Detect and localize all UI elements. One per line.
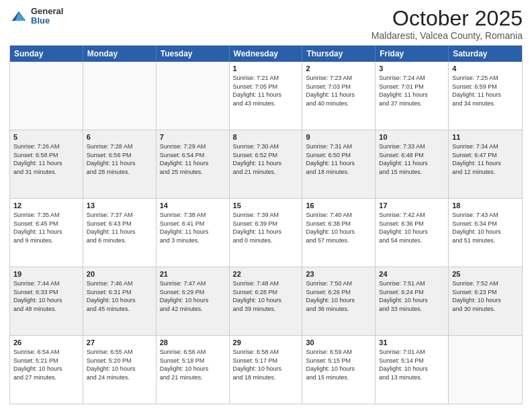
calendar-cell: 30Sunrise: 6:59 AM Sunset: 5:15 PM Dayli… <box>302 336 375 404</box>
calendar-cell: 28Sunrise: 6:56 AM Sunset: 5:18 PM Dayli… <box>157 336 230 404</box>
day-number: 9 <box>306 133 371 141</box>
day-info: Sunrise: 7:31 AM Sunset: 6:50 PM Dayligh… <box>306 142 371 176</box>
day-number: 20 <box>87 270 152 278</box>
day-number: 11 <box>452 133 519 141</box>
day-info: Sunrise: 7:24 AM Sunset: 7:01 PM Dayligh… <box>379 74 445 107</box>
day-number: 27 <box>87 338 152 347</box>
calendar-row: 26Sunrise: 6:54 AM Sunset: 5:21 PM Dayli… <box>10 335 522 404</box>
day-number: 31 <box>379 338 445 347</box>
day-info: Sunrise: 7:38 AM Sunset: 6:41 PM Dayligh… <box>160 211 226 244</box>
calendar-cell: 3Sunrise: 7:24 AM Sunset: 7:01 PM Daylig… <box>375 62 449 130</box>
calendar-cell: 27Sunrise: 6:55 AM Sunset: 5:20 PM Dayli… <box>83 336 157 404</box>
day-number: 29 <box>233 338 299 347</box>
weekday-header: Tuesday <box>157 46 230 62</box>
header: General Blue October 2025 Maldaresti, Va… <box>9 7 523 41</box>
day-info: Sunrise: 7:35 AM Sunset: 6:45 PM Dayligh… <box>13 211 79 244</box>
calendar-cell: 18Sunrise: 7:43 AM Sunset: 6:34 PM Dayli… <box>449 199 522 267</box>
day-number: 10 <box>379 133 445 141</box>
day-info: Sunrise: 7:42 AM Sunset: 6:36 PM Dayligh… <box>379 211 445 244</box>
calendar-cell: 4Sunrise: 7:25 AM Sunset: 6:59 PM Daylig… <box>449 62 522 130</box>
calendar-cell: 5Sunrise: 7:26 AM Sunset: 6:58 PM Daylig… <box>10 130 83 198</box>
day-info: Sunrise: 6:59 AM Sunset: 5:15 PM Dayligh… <box>306 348 371 381</box>
day-number: 3 <box>379 64 445 73</box>
month-title: October 2025 <box>371 7 523 30</box>
day-info: Sunrise: 7:37 AM Sunset: 6:43 PM Dayligh… <box>87 211 152 244</box>
day-info: Sunrise: 7:48 AM Sunset: 6:28 PM Dayligh… <box>233 279 299 313</box>
calendar-cell: 2Sunrise: 7:23 AM Sunset: 7:03 PM Daylig… <box>302 62 375 130</box>
day-info: Sunrise: 7:33 AM Sunset: 6:48 PM Dayligh… <box>379 142 445 176</box>
weekday-header: Wednesday <box>230 46 303 62</box>
calendar-cell <box>157 62 230 130</box>
day-number: 25 <box>452 270 519 278</box>
calendar-cell: 31Sunrise: 7:01 AM Sunset: 5:14 PM Dayli… <box>375 336 449 404</box>
calendar-cell: 6Sunrise: 7:28 AM Sunset: 6:56 PM Daylig… <box>83 130 157 198</box>
title-block: October 2025 Maldaresti, Valcea County, … <box>371 7 523 41</box>
day-number: 7 <box>160 133 226 141</box>
calendar-cell: 22Sunrise: 7:48 AM Sunset: 6:28 PM Dayli… <box>230 267 303 335</box>
day-number: 22 <box>233 270 299 278</box>
logo-text: General Blue <box>31 7 63 26</box>
day-number: 4 <box>452 64 519 73</box>
weekday-header: Saturday <box>449 46 522 62</box>
day-info: Sunrise: 6:55 AM Sunset: 5:20 PM Dayligh… <box>87 348 152 381</box>
day-info: Sunrise: 7:26 AM Sunset: 6:58 PM Dayligh… <box>13 142 79 176</box>
calendar-cell: 15Sunrise: 7:39 AM Sunset: 6:39 PM Dayli… <box>230 199 303 267</box>
day-info: Sunrise: 7:23 AM Sunset: 7:03 PM Dayligh… <box>306 74 371 107</box>
calendar-cell: 13Sunrise: 7:37 AM Sunset: 6:43 PM Dayli… <box>83 199 157 267</box>
calendar-cell: 9Sunrise: 7:31 AM Sunset: 6:50 PM Daylig… <box>302 130 375 198</box>
calendar-row: 5Sunrise: 7:26 AM Sunset: 6:58 PM Daylig… <box>10 130 522 198</box>
day-number: 21 <box>160 270 226 278</box>
calendar-cell: 29Sunrise: 6:58 AM Sunset: 5:17 PM Dayli… <box>230 336 303 404</box>
calendar-row: 19Sunrise: 7:44 AM Sunset: 6:33 PM Dayli… <box>10 267 522 335</box>
day-number: 16 <box>306 201 371 210</box>
day-info: Sunrise: 7:29 AM Sunset: 6:54 PM Dayligh… <box>160 142 226 176</box>
calendar-cell <box>83 62 157 130</box>
day-info: Sunrise: 7:47 AM Sunset: 6:29 PM Dayligh… <box>160 279 226 313</box>
day-number: 19 <box>13 270 79 278</box>
calendar-cell: 1Sunrise: 7:21 AM Sunset: 7:05 PM Daylig… <box>230 62 303 130</box>
day-info: Sunrise: 7:34 AM Sunset: 6:47 PM Dayligh… <box>452 142 519 176</box>
day-info: Sunrise: 7:01 AM Sunset: 5:14 PM Dayligh… <box>379 348 445 381</box>
day-number: 30 <box>306 338 371 347</box>
day-info: Sunrise: 7:30 AM Sunset: 6:52 PM Dayligh… <box>233 142 299 176</box>
day-info: Sunrise: 7:40 AM Sunset: 6:38 PM Dayligh… <box>306 211 371 244</box>
day-number: 2 <box>306 64 371 73</box>
calendar: SundayMondayTuesdayWednesdayThursdayFrid… <box>9 45 523 404</box>
calendar-cell: 21Sunrise: 7:47 AM Sunset: 6:29 PM Dayli… <box>157 267 230 335</box>
day-number: 17 <box>379 201 445 210</box>
day-number: 5 <box>13 133 79 141</box>
day-info: Sunrise: 7:25 AM Sunset: 6:59 PM Dayligh… <box>452 74 519 107</box>
calendar-row: 1Sunrise: 7:21 AM Sunset: 7:05 PM Daylig… <box>10 62 522 130</box>
calendar-cell: 24Sunrise: 7:51 AM Sunset: 6:24 PM Dayli… <box>375 267 449 335</box>
calendar-cell: 16Sunrise: 7:40 AM Sunset: 6:38 PM Dayli… <box>302 199 375 267</box>
day-info: Sunrise: 7:46 AM Sunset: 6:31 PM Dayligh… <box>87 279 152 313</box>
calendar-header: SundayMondayTuesdayWednesdayThursdayFrid… <box>10 46 522 62</box>
calendar-cell <box>449 336 522 404</box>
calendar-cell: 25Sunrise: 7:52 AM Sunset: 6:23 PM Dayli… <box>449 267 522 335</box>
calendar-cell: 23Sunrise: 7:50 AM Sunset: 6:26 PM Dayli… <box>302 267 375 335</box>
page: General Blue October 2025 Maldaresti, Va… <box>0 0 532 411</box>
logo-icon <box>9 7 28 26</box>
logo-general: General <box>31 7 63 16</box>
day-info: Sunrise: 7:43 AM Sunset: 6:34 PM Dayligh… <box>452 211 519 244</box>
logo-blue: Blue <box>31 16 63 26</box>
weekday-header: Sunday <box>10 46 83 62</box>
calendar-cell: 12Sunrise: 7:35 AM Sunset: 6:45 PM Dayli… <box>10 199 83 267</box>
day-info: Sunrise: 7:39 AM Sunset: 6:39 PM Dayligh… <box>233 211 299 244</box>
calendar-row: 12Sunrise: 7:35 AM Sunset: 6:45 PM Dayli… <box>10 198 522 267</box>
calendar-cell: 19Sunrise: 7:44 AM Sunset: 6:33 PM Dayli… <box>10 267 83 335</box>
day-info: Sunrise: 6:56 AM Sunset: 5:18 PM Dayligh… <box>160 348 226 381</box>
calendar-cell: 17Sunrise: 7:42 AM Sunset: 6:36 PM Dayli… <box>375 199 449 267</box>
day-number: 14 <box>160 201 226 210</box>
day-info: Sunrise: 7:52 AM Sunset: 6:23 PM Dayligh… <box>452 279 519 313</box>
logo: General Blue <box>9 7 63 26</box>
calendar-cell: 26Sunrise: 6:54 AM Sunset: 5:21 PM Dayli… <box>10 336 83 404</box>
weekday-header: Thursday <box>302 46 375 62</box>
calendar-cell: 14Sunrise: 7:38 AM Sunset: 6:41 PM Dayli… <box>157 199 230 267</box>
day-info: Sunrise: 7:44 AM Sunset: 6:33 PM Dayligh… <box>13 279 79 313</box>
day-number: 18 <box>452 201 519 210</box>
calendar-cell: 11Sunrise: 7:34 AM Sunset: 6:47 PM Dayli… <box>449 130 522 198</box>
calendar-cell: 8Sunrise: 7:30 AM Sunset: 6:52 PM Daylig… <box>230 130 303 198</box>
day-number: 6 <box>87 133 152 141</box>
day-info: Sunrise: 7:50 AM Sunset: 6:26 PM Dayligh… <box>306 279 371 313</box>
